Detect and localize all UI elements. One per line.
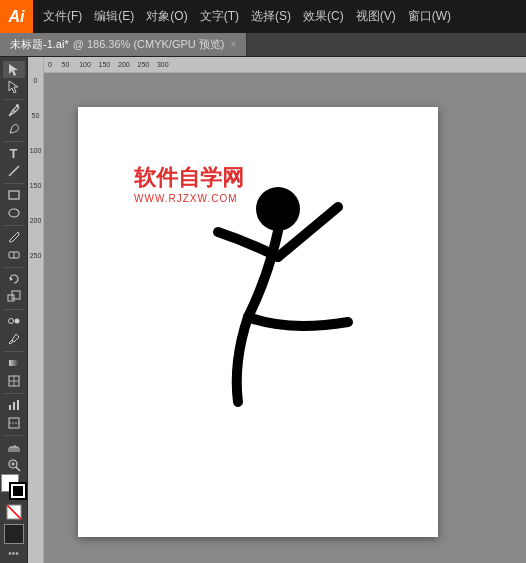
menu-view[interactable]: 视图(V) bbox=[350, 0, 402, 33]
menu-object[interactable]: 对象(O) bbox=[140, 0, 193, 33]
svg-rect-16 bbox=[13, 402, 15, 410]
svg-rect-2 bbox=[9, 191, 19, 199]
svg-rect-11 bbox=[9, 360, 19, 366]
gradient-tool[interactable] bbox=[3, 355, 25, 372]
slice-tool[interactable] bbox=[3, 414, 25, 431]
pen-tool[interactable] bbox=[3, 103, 25, 120]
direct-selection-tool[interactable] bbox=[3, 79, 25, 96]
svg-point-26 bbox=[256, 187, 300, 231]
menu-bar: 文件(F) 编辑(E) 对象(O) 文字(T) 选择(S) 效果(C) 视图(V… bbox=[33, 0, 526, 33]
toolbar-divider-5 bbox=[4, 267, 24, 268]
svg-point-10 bbox=[14, 319, 19, 324]
screen-mode-button[interactable] bbox=[4, 524, 24, 544]
toolbar-divider-6 bbox=[4, 309, 24, 310]
artboard: 软件自学网 WWW.RJZXW.COM bbox=[78, 107, 438, 537]
toolbar-divider-9 bbox=[4, 435, 24, 436]
pencil-tool[interactable] bbox=[3, 121, 25, 138]
tab-label: 未标题-1.ai* bbox=[10, 37, 69, 52]
fill-stroke-indicator[interactable] bbox=[1, 474, 27, 500]
stick-figure-svg bbox=[178, 177, 398, 487]
toolbar-divider-8 bbox=[4, 393, 24, 394]
menu-effect[interactable]: 效果(C) bbox=[297, 0, 350, 33]
more-tools-button[interactable]: ••• bbox=[8, 548, 19, 559]
svg-rect-17 bbox=[17, 400, 19, 410]
tab-detail: @ 186.36% (CMYK/GPU 预览) bbox=[73, 37, 225, 52]
tab-close-button[interactable]: × bbox=[230, 39, 236, 50]
zoom-tool[interactable] bbox=[3, 456, 25, 473]
color-section: ••• bbox=[1, 474, 27, 563]
stick-figure bbox=[178, 177, 398, 490]
hand-tool[interactable] bbox=[3, 439, 25, 456]
rectangle-tool[interactable] bbox=[3, 187, 25, 204]
menu-file[interactable]: 文件(F) bbox=[37, 0, 88, 33]
chart-tool[interactable] bbox=[3, 397, 25, 414]
eraser-tool[interactable] bbox=[3, 246, 25, 263]
selection-tool[interactable] bbox=[3, 61, 25, 78]
canvas-area: 0 50 100 150 200 250 300 0 50 100 150 20… bbox=[28, 57, 526, 563]
svg-marker-6 bbox=[10, 277, 13, 281]
tab-bar: 未标题-1.ai* @ 186.36% (CMYK/GPU 预览) × bbox=[0, 33, 526, 57]
menu-edit[interactable]: 编辑(E) bbox=[88, 0, 140, 33]
menu-select[interactable]: 选择(S) bbox=[245, 0, 297, 33]
scale-tool[interactable] bbox=[3, 288, 25, 305]
menu-window[interactable]: 窗口(W) bbox=[402, 0, 457, 33]
svg-line-21 bbox=[16, 467, 20, 471]
type-icon: T bbox=[10, 146, 18, 161]
none-icon[interactable] bbox=[6, 504, 22, 520]
fill-stroke-icons bbox=[6, 504, 22, 520]
toolbar-divider-7 bbox=[4, 351, 24, 352]
svg-point-3 bbox=[9, 209, 19, 217]
svg-line-1 bbox=[9, 166, 19, 176]
app-logo: Ai bbox=[0, 0, 33, 33]
toolbar-divider-3 bbox=[4, 183, 24, 184]
main-area: T bbox=[0, 57, 526, 563]
svg-rect-15 bbox=[9, 405, 11, 410]
svg-rect-7 bbox=[8, 295, 14, 301]
left-toolbar: T bbox=[0, 57, 28, 563]
line-tool[interactable] bbox=[3, 163, 25, 180]
toolbar-divider-1 bbox=[4, 99, 24, 100]
rotate-tool[interactable] bbox=[3, 271, 25, 288]
ruler-top: 0 50 100 150 200 250 300 bbox=[28, 57, 526, 73]
svg-point-9 bbox=[8, 319, 13, 324]
type-tool[interactable]: T bbox=[3, 145, 25, 162]
mesh-tool[interactable] bbox=[3, 372, 25, 389]
tab-document[interactable]: 未标题-1.ai* @ 186.36% (CMYK/GPU 预览) × bbox=[0, 33, 247, 56]
paintbrush-tool[interactable] bbox=[3, 229, 25, 246]
menu-text[interactable]: 文字(T) bbox=[194, 0, 245, 33]
ellipse-tool[interactable] bbox=[3, 205, 25, 222]
blend-tool[interactable] bbox=[3, 313, 25, 330]
ruler-left: 0 50 100 150 200 250 bbox=[28, 57, 44, 563]
toolbar-divider-4 bbox=[4, 225, 24, 226]
eyedropper-tool[interactable] bbox=[3, 330, 25, 347]
toolbar-divider-2 bbox=[4, 141, 24, 142]
stroke-color-box[interactable] bbox=[9, 482, 27, 500]
svg-point-0 bbox=[16, 104, 19, 107]
title-bar: Ai 文件(F) 编辑(E) 对象(O) 文字(T) 选择(S) 效果(C) 视… bbox=[0, 0, 526, 33]
